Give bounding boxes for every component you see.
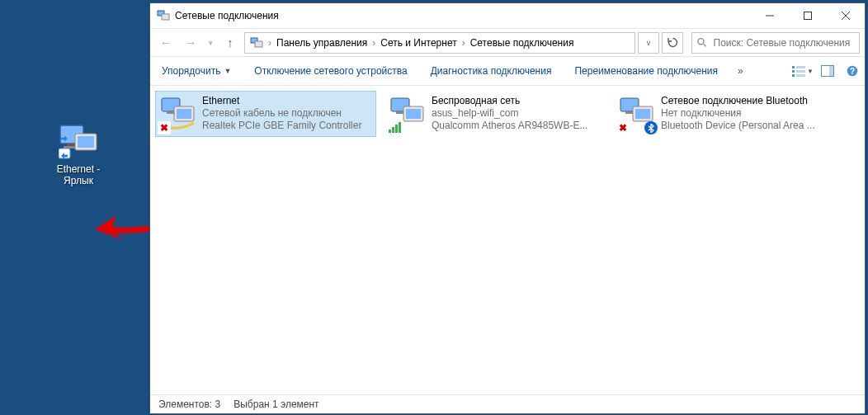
bluetooth-icon	[644, 121, 658, 134]
wireless-icon	[389, 95, 427, 133]
desktop-shortcut-label: Ethernet - Ярлык	[45, 163, 111, 186]
signal-bars-icon	[389, 121, 403, 133]
breadcrumb-item[interactable]: Сетевые подключения	[467, 33, 578, 53]
chevron-right-icon[interactable]: ›	[370, 37, 377, 49]
help-button[interactable]: ?	[840, 57, 865, 85]
titlebar[interactable]: Сетевые подключения	[150, 3, 865, 29]
command-bar: Упорядочить▼ Отключение сетевого устройс…	[150, 57, 865, 86]
svg-rect-37	[395, 125, 398, 133]
connection-status: Сетевой кабель не подключен	[202, 107, 372, 120]
preview-pane-button[interactable]	[815, 57, 840, 85]
svg-rect-19	[792, 70, 795, 73]
connection-item-wireless[interactable]: Беспроводная сеть asus_help-wifi_com Qua…	[384, 91, 606, 137]
svg-rect-12	[804, 12, 812, 20]
address-bar[interactable]: › Панель управления › Сеть и Интернет › …	[244, 32, 635, 54]
svg-rect-42	[635, 109, 650, 119]
desktop-shortcut[interactable]: Ethernet - Ярлык	[45, 124, 111, 186]
svg-rect-34	[406, 109, 421, 119]
network-connections-icon	[157, 9, 170, 22]
chevron-right-icon[interactable]: ›	[267, 37, 273, 49]
svg-rect-35	[389, 130, 391, 133]
svg-point-15	[698, 39, 704, 45]
connection-item-bluetooth[interactable]: Сетевое подключение Bluetooth Нет подклю…	[614, 91, 835, 137]
minimize-button[interactable]	[751, 3, 789, 28]
svg-rect-11	[162, 14, 169, 20]
connection-item-ethernet[interactable]: Ethernet Сетевой кабель не подключен Rea…	[155, 91, 376, 137]
connection-driver: Bluetooth Device (Personal Area ...	[661, 120, 831, 132]
status-count: Элементов: 3	[158, 398, 220, 410]
search-box[interactable]	[691, 32, 860, 54]
explorer-window: Сетевые подключения ← → ▾ ↑ › Панель упр…	[149, 2, 866, 414]
svg-text:?: ?	[850, 67, 855, 76]
navigation-bar: ← → ▾ ↑ › Панель управления › Сеть и Инт…	[150, 29, 865, 57]
connection-status: asus_help-wifi_com	[432, 107, 601, 120]
connection-driver: Qualcomm Atheros AR9485WB-E...	[432, 120, 601, 132]
svg-rect-14	[255, 41, 262, 47]
ethernet-icon	[159, 95, 197, 133]
connection-name: Беспроводная сеть	[432, 95, 601, 107]
svg-rect-20	[796, 70, 805, 73]
connection-status: Нет подключения	[661, 107, 831, 120]
svg-rect-24	[829, 66, 833, 76]
disconnected-x-icon	[616, 121, 630, 134]
organize-menu[interactable]: Упорядочить▼	[150, 57, 243, 85]
connection-name: Ethernet	[202, 95, 372, 107]
svg-rect-17	[792, 66, 795, 68]
connection-driver: Realtek PCIe GBE Family Controller	[202, 120, 372, 132]
status-selected: Выбран 1 элемент	[234, 398, 318, 410]
svg-rect-22	[796, 74, 805, 77]
breadcrumb-item[interactable]: Сеть и Интернет	[377, 33, 460, 53]
window-title: Сетевые подключения	[175, 10, 751, 21]
svg-rect-5	[78, 136, 94, 148]
ethernet-shortcut-icon	[59, 124, 98, 160]
more-menu[interactable]: »	[729, 57, 752, 85]
address-dropdown[interactable]: v	[638, 32, 659, 54]
search-input[interactable]	[712, 36, 854, 50]
back-button[interactable]: ←	[155, 32, 177, 54]
chevron-right-icon[interactable]: ›	[460, 37, 467, 49]
bluetooth-connection-icon	[618, 95, 656, 133]
status-bar: Элементов: 3 Выбран 1 элемент	[150, 394, 865, 413]
close-button[interactable]	[827, 3, 865, 28]
diagnose-connection-button[interactable]: Диагностика подключения	[419, 57, 564, 85]
rename-connection-button[interactable]: Переименование подключения	[563, 57, 729, 85]
network-connections-icon	[250, 36, 263, 50]
svg-line-16	[704, 44, 706, 46]
svg-rect-21	[792, 74, 795, 77]
view-options-button[interactable]: ▼	[790, 57, 815, 85]
disconnected-x-icon	[158, 121, 171, 134]
forward-button[interactable]: →	[180, 32, 201, 54]
svg-rect-38	[399, 122, 401, 133]
maximize-button[interactable]	[789, 3, 827, 28]
items-view[interactable]: Ethernet Сетевой кабель не подключен Rea…	[150, 86, 865, 394]
recent-dropdown[interactable]: ▾	[205, 32, 216, 54]
svg-rect-36	[392, 127, 394, 133]
svg-rect-30	[177, 109, 191, 119]
connection-name: Сетевое подключение Bluetooth	[661, 95, 831, 107]
disable-device-button[interactable]: Отключение сетевого устройства	[243, 57, 418, 85]
search-icon	[697, 37, 707, 48]
svg-rect-18	[796, 66, 805, 68]
up-button[interactable]: ↑	[219, 32, 241, 54]
refresh-button[interactable]	[662, 32, 683, 54]
breadcrumb-item[interactable]: Панель управления	[273, 33, 370, 53]
